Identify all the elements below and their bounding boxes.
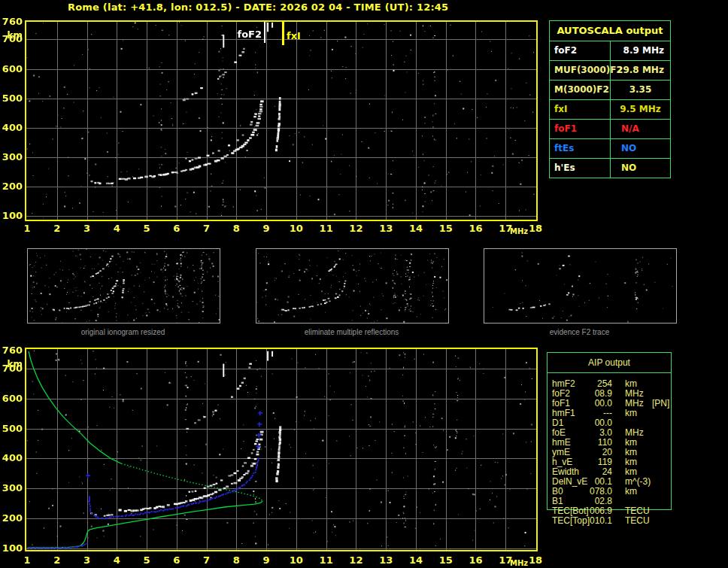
thumbnail-eliminate-canvas xyxy=(256,249,448,323)
y-tick-label: 400 xyxy=(0,452,23,464)
x-tick-label: 7 xyxy=(198,223,216,234)
y-tick-label: 200 xyxy=(0,181,23,193)
x-tick-label: 8 xyxy=(227,554,245,566)
x-tick-label: 4 xyxy=(108,223,126,234)
x-axis-unit: MHz xyxy=(510,559,528,567)
x-tick-label: 6 xyxy=(168,223,186,234)
y-tick-label: 100 xyxy=(0,542,23,554)
x-tick-label: 1 xyxy=(18,223,36,234)
y-axis-unit: km xyxy=(0,359,23,369)
y-tick-label: 100 xyxy=(0,210,23,222)
top-ionogram-plot: foF2 fxI xyxy=(25,20,538,221)
thumbnail-caption-f2trace: evidence F2 trace xyxy=(484,328,675,336)
autoscala-param-label: ftEs xyxy=(550,139,611,158)
autoscala-param-value: NO xyxy=(611,159,670,178)
x-tick-label: 10 xyxy=(287,554,305,566)
aip-param-value: 010.1 xyxy=(575,516,612,526)
x-tick-label: 16 xyxy=(466,554,484,566)
x-tick-label: 15 xyxy=(437,554,455,566)
thumbnail-original-canvas xyxy=(28,249,220,323)
bottom-profile-canvas xyxy=(26,349,536,550)
y-tick-label: 760 xyxy=(0,345,23,357)
autoscala-param-value: N/A xyxy=(611,120,670,138)
x-tick-label: 3 xyxy=(78,223,96,234)
y-tick-label: 400 xyxy=(0,122,23,134)
page-title: Rome (lat: +41.8, lon: 012.5) - DATE: 20… xyxy=(68,2,448,13)
x-tick-label: 13 xyxy=(377,223,395,234)
y-tick-label: 500 xyxy=(0,423,23,435)
autoscala-param-label: foF1 xyxy=(550,120,611,138)
autoscala-row: MUF(3000)F229.8 MHz xyxy=(550,61,670,80)
fxI-marker-label: fxI xyxy=(287,30,301,41)
x-tick-label: 13 xyxy=(377,554,395,566)
thumbnail-caption-eliminate: eliminate multiple reflections xyxy=(256,328,447,336)
y-tick-label: 200 xyxy=(0,512,23,524)
x-tick-label: 11 xyxy=(317,223,335,234)
aip-param-unit: km xyxy=(625,487,637,497)
aip-row: D100.0 xyxy=(547,418,681,428)
autoscala-param-label: MUF(3000)F2 xyxy=(550,61,611,80)
y-tick-label: 600 xyxy=(0,393,23,405)
autoscala-row: M(3000)F23.35 xyxy=(550,80,670,100)
y-tick-label: 300 xyxy=(0,482,23,494)
autoscala-param-value: 3.35 xyxy=(611,80,670,99)
x-tick-label: 5 xyxy=(138,554,156,566)
autoscala-output-table: AUTOSCALA output foF28.9 MHzMUF(3000)F22… xyxy=(549,20,671,178)
foF2-marker-label: foF2 xyxy=(236,29,262,40)
x-tick-label: 12 xyxy=(347,554,365,566)
autoscala-row: h'EsNO xyxy=(550,159,670,178)
autoscala-param-value: NO xyxy=(611,139,670,158)
autoscala-param-label: M(3000)F2 xyxy=(550,80,611,99)
thumbnail-original-ionogram xyxy=(27,248,220,323)
x-tick-label: 11 xyxy=(317,554,335,566)
aip-param-flag: [PN] xyxy=(652,399,669,409)
x-tick-label: 6 xyxy=(168,554,186,566)
y-tick-label: 600 xyxy=(0,63,23,75)
foF2-marker-line xyxy=(264,22,265,43)
autoscala-row: fxI9.5 MHz xyxy=(550,100,670,120)
autoscala-param-label: fxI xyxy=(550,100,611,119)
x-tick-label: 2 xyxy=(48,554,66,566)
x-tick-label: 9 xyxy=(257,554,275,566)
aip-row: DelN_vE00.1m^(-3) xyxy=(547,477,681,487)
thumbnail-eliminate-reflections xyxy=(256,248,449,323)
fxI-marker-line xyxy=(282,22,284,45)
x-tick-label: 2 xyxy=(48,223,66,234)
x-tick-label: 8 xyxy=(227,223,245,234)
aip-row: hmF1---km xyxy=(547,409,681,418)
autoscala-param-value: 8.9 MHz xyxy=(611,41,670,60)
y-tick-label: 500 xyxy=(0,93,23,105)
x-tick-label: 18 xyxy=(526,223,544,234)
x-tick-label: 14 xyxy=(407,223,425,234)
x-tick-label: 9 xyxy=(257,223,275,234)
y-tick-label: 760 xyxy=(0,16,23,28)
x-tick-label: 12 xyxy=(347,223,365,234)
autoscala-row: foF1N/A xyxy=(550,120,670,139)
autoscala-param-value: 29.8 MHz xyxy=(611,61,670,80)
aip-row: TEC[Top]010.1TECU xyxy=(547,516,681,526)
aip-row: B0078.0km xyxy=(547,487,681,497)
autoscala-param-value: 9.5 MHz xyxy=(611,100,670,119)
autoscala-row: foF28.9 MHz xyxy=(550,41,670,61)
autoscala-table-title: AUTOSCALA output xyxy=(550,21,670,41)
thumbnail-caption-original: original ionogram resized xyxy=(27,328,219,336)
aip-table-title: AIP output xyxy=(548,353,671,373)
bottom-profile-plot xyxy=(25,348,538,551)
autoscala-param-label: h'Es xyxy=(550,159,611,178)
autoscala-param-label: foF2 xyxy=(550,41,611,60)
x-tick-label: 10 xyxy=(287,223,305,234)
x-tick-label: 14 xyxy=(407,554,425,566)
x-tick-label: 15 xyxy=(437,223,455,234)
y-axis-unit: km xyxy=(0,30,23,41)
x-tick-label: 5 xyxy=(138,223,156,234)
aip-output-table: AIP output hmF2254kmfoF208.9MHzfoF100.0M… xyxy=(547,352,682,533)
x-tick-label: 7 xyxy=(198,554,216,566)
x-tick-label: 1 xyxy=(18,554,36,566)
thumbnail-f2-canvas xyxy=(484,249,676,323)
y-tick-label: 300 xyxy=(0,151,23,163)
x-tick-label: 18 xyxy=(526,554,544,566)
top-ionogram-canvas xyxy=(26,22,536,220)
aip-param-unit: km xyxy=(625,409,637,418)
x-axis-unit: MHz xyxy=(510,227,528,235)
autoscala-window: Rome (lat: +41.8, lon: 012.5) - DATE: 20… xyxy=(0,0,728,568)
